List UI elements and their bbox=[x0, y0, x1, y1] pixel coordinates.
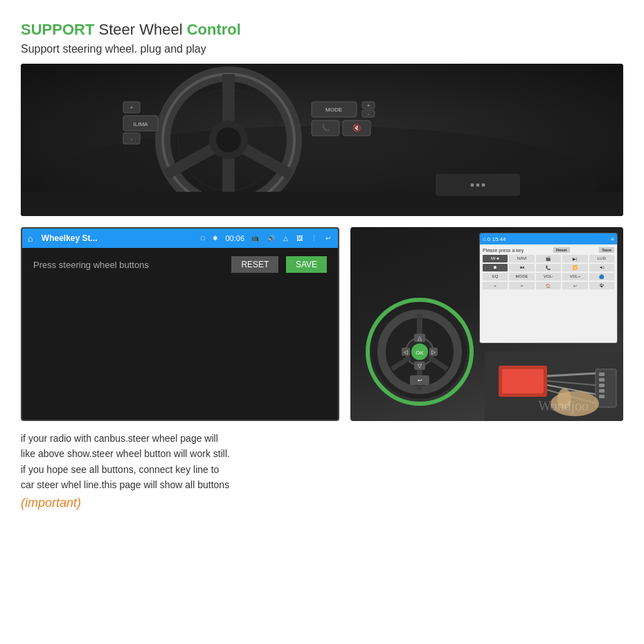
svg-rect-52 bbox=[502, 369, 544, 393]
picture-icon: 🖼 bbox=[296, 235, 303, 242]
bottom-section: ⌂ Wheelkey St... □ ✱ 00:06 📺 🔊 △ 🖼 ⋮ ↩ P… bbox=[21, 227, 623, 421]
grid-cell-2: NAVI bbox=[509, 255, 534, 262]
svg-text:MODE: MODE bbox=[325, 107, 342, 113]
sw-circle-svg: OK △ ▽ ◁ ▷ ↩ bbox=[364, 296, 475, 407]
bottom-description: if your radio with canbus.steer wheel pa… bbox=[21, 431, 623, 510]
bottom-text: if your radio with canbus.steer wheel pa… bbox=[21, 431, 623, 510]
small-home-icon: ⌂ bbox=[483, 236, 486, 242]
title-section: SUPPORT Steer Wheel Control Support stee… bbox=[21, 21, 623, 55]
svg-text:▷: ▷ bbox=[431, 349, 436, 355]
grid-cell-19: ↩ bbox=[562, 282, 587, 289]
svg-text:📞: 📞 bbox=[321, 123, 330, 132]
svg-rect-60 bbox=[599, 384, 605, 387]
grid-cell-15: 🔵 bbox=[589, 273, 614, 280]
small-grid: M/◄ NAVI 🎬 ▶| LUD ⏺ ⏮ 📞 🔀 ◄) EQ MODE bbox=[483, 255, 614, 289]
desc-line-3: if you hope see all buttons, connect key… bbox=[21, 462, 623, 477]
app-name: Wheelkey St... bbox=[42, 233, 194, 243]
menu-icon: ⋮ bbox=[311, 235, 317, 242]
small-statusbar: ⌂ 0 15:44 ≡ bbox=[480, 233, 617, 244]
grid-cell-12: MODE bbox=[509, 273, 534, 280]
android-content: Press steering wheel buttons RESET SAVE bbox=[22, 248, 338, 420]
grid-cell-10: ◄) bbox=[589, 264, 614, 271]
small-please-row: Please press a key Reset Save bbox=[483, 247, 614, 253]
svg-rect-57 bbox=[596, 369, 616, 407]
svg-text:↩: ↩ bbox=[418, 377, 422, 384]
subtitle: Support steering wheel. plug and play bbox=[21, 43, 623, 55]
photo-icon: □ bbox=[201, 235, 204, 242]
svg-rect-59 bbox=[599, 378, 605, 382]
svg-text:OK: OK bbox=[415, 350, 424, 356]
desc-line-1: if your radio with canbus.steer wheel pa… bbox=[21, 431, 623, 446]
svg-text:+: + bbox=[130, 105, 133, 110]
grid-cell-4: ▶| bbox=[562, 255, 587, 262]
svg-text:◁: ◁ bbox=[404, 349, 409, 355]
svg-text:🔇: 🔇 bbox=[352, 123, 361, 132]
svg-text:+: + bbox=[367, 103, 370, 108]
grid-cell-5: LUD bbox=[589, 255, 614, 262]
title-control: Control bbox=[187, 21, 241, 38]
svg-text:▽: ▽ bbox=[418, 363, 422, 369]
grid-cell-16: « bbox=[483, 282, 508, 289]
right-android-overlay: ⌂ 0 15:44 ≡ Please press a key Reset Sav… bbox=[479, 233, 618, 343]
steering-wheel-photo: ILIMA + - MODE + - 📞 🔇 ■ ■ ■ bbox=[21, 64, 623, 216]
reset-button[interactable]: RESET bbox=[231, 256, 278, 273]
grid-cell-3: 🎬 bbox=[536, 255, 561, 262]
right-image-container: ⌂ 0 15:44 ≡ Please press a key Reset Sav… bbox=[350, 227, 623, 421]
home-icon: ⌂ bbox=[28, 233, 33, 244]
small-save-btn[interactable]: Save bbox=[599, 247, 614, 253]
title-support: SUPPORT bbox=[21, 21, 94, 38]
grid-cell-11: EQ bbox=[483, 273, 508, 280]
connector-svg bbox=[485, 352, 623, 421]
title-steer: Steer Wheel bbox=[98, 21, 186, 38]
grid-cell-13: VOL- bbox=[536, 273, 561, 280]
time-display: 00:06 bbox=[225, 234, 244, 242]
main-title: SUPPORT Steer Wheel Control bbox=[21, 21, 623, 39]
button-group: RESET SAVE bbox=[231, 256, 327, 273]
desc-line-4: car steer whel line.this page will show … bbox=[21, 477, 623, 492]
triangle-icon: △ bbox=[283, 235, 288, 242]
small-reset-btn[interactable]: Reset bbox=[553, 247, 570, 253]
press-label: Press steering wheel buttons bbox=[33, 260, 149, 270]
android-statusbar: ⌂ Wheelkey St... □ ✱ 00:06 📺 🔊 △ 🖼 ⋮ ↩ bbox=[22, 229, 338, 248]
small-menu-icon: ≡ bbox=[611, 236, 614, 242]
svg-text:■ ■ ■: ■ ■ ■ bbox=[470, 181, 485, 188]
page: SUPPORT Steer Wheel Control Support stee… bbox=[0, 0, 644, 644]
left-panel: ⌂ Wheelkey St... □ ✱ 00:06 📺 🔊 △ 🖼 ⋮ ↩ P… bbox=[21, 227, 339, 421]
grid-cell-20: ⏻ bbox=[589, 282, 614, 289]
connector-photo bbox=[485, 352, 623, 421]
grid-cell-1: M/◄ bbox=[483, 255, 508, 262]
svg-point-64 bbox=[557, 388, 571, 409]
small-content: Please press a key Reset Save M/◄ NAVI 🎬… bbox=[480, 244, 617, 343]
important-text: (important) bbox=[21, 496, 623, 510]
svg-rect-61 bbox=[599, 389, 605, 393]
svg-rect-58 bbox=[599, 373, 605, 376]
svg-point-63 bbox=[551, 391, 599, 416]
grid-cell-18: 🏠 bbox=[536, 282, 561, 289]
svg-text:△: △ bbox=[418, 335, 422, 341]
svg-rect-27 bbox=[21, 192, 623, 216]
svg-rect-62 bbox=[599, 395, 605, 398]
grid-cell-8: 📞 bbox=[536, 264, 561, 271]
bt-icon: ✱ bbox=[213, 235, 218, 242]
grid-cell-6: ⏺ bbox=[483, 264, 508, 271]
android-screen: ⌂ Wheelkey St... □ ✱ 00:06 📺 🔊 △ 🖼 ⋮ ↩ P… bbox=[21, 227, 339, 421]
grid-cell-9: 🔀 bbox=[562, 264, 587, 271]
grid-cell-7: ⏮ bbox=[509, 264, 534, 271]
right-panel: ⌂ 0 15:44 ≡ Please press a key Reset Sav… bbox=[350, 227, 623, 421]
grid-cell-14: VOL+ bbox=[562, 273, 587, 280]
sound-icon: 🔊 bbox=[267, 235, 275, 242]
save-button[interactable]: SAVE bbox=[286, 256, 327, 273]
grid-cell-17: » bbox=[509, 282, 534, 289]
small-please-text: Please press a key bbox=[483, 248, 524, 253]
svg-text:ILIMA: ILIMA bbox=[134, 121, 149, 127]
back-icon: ↩ bbox=[325, 235, 331, 242]
desc-line-2: like above show.steer wheel button will … bbox=[21, 446, 623, 461]
press-row: Press steering wheel buttons RESET SAVE bbox=[33, 256, 327, 273]
small-time: 0 15:44 bbox=[488, 236, 611, 242]
steering-wheel-svg: ILIMA + - MODE + - 📞 🔇 ■ ■ ■ bbox=[21, 64, 623, 216]
svg-point-10 bbox=[216, 127, 241, 152]
tv-icon: 📺 bbox=[251, 235, 259, 242]
